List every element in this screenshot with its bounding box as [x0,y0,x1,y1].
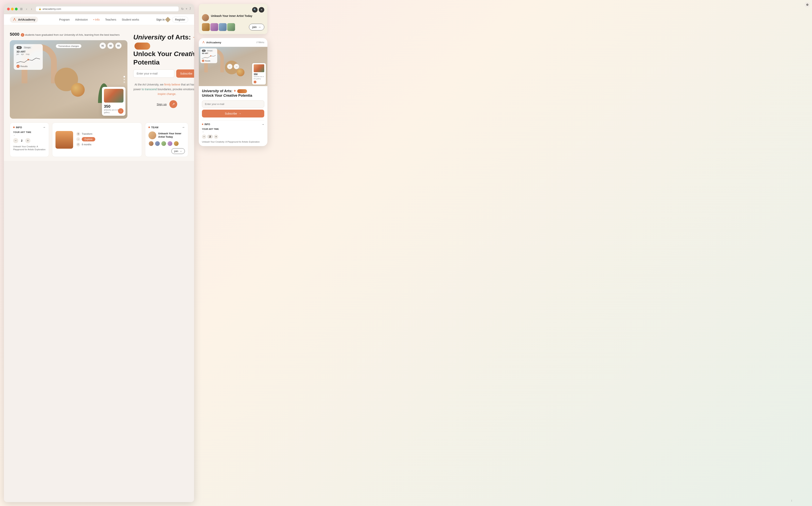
slide-2[interactable]: 02 [107,43,114,49]
nav-auth: Sign in Register [156,17,188,22]
traffic-light-green[interactable] [15,8,18,10]
notif-join-button[interactable]: join → [249,24,264,30]
workflow-step-3: ⏱ 8 months [76,143,138,147]
subscribe-button[interactable]: Subscribe → [176,69,194,78]
mobile-info-header: INFO → [202,123,264,126]
nav-teachers[interactable]: Teachers [105,18,116,21]
nav-admission[interactable]: Admission [75,18,88,21]
explore-icon: → [76,137,80,141]
chart-svg [16,56,40,64]
next-arrow-button[interactable]: → [234,64,239,69]
site-main: 5000 + students have graduated from our … [4,25,194,161]
nav-student-works[interactable]: Student works [122,18,139,21]
join-button[interactable]: join → [171,148,185,154]
mobile-stepper-value: 2 [207,135,213,139]
search-button[interactable]: 🔍 [252,7,258,13]
notification-card: 🔍 ✕ Unleash Your Inner Artist Today join… [199,4,268,34]
info-arrow-button[interactable]: → [42,125,46,129]
trending-text: Tremendous changes [58,45,79,47]
team-header: TEAM → [148,125,185,129]
info-dot [13,126,15,128]
explore-button[interactable]: Explore [82,137,95,142]
person-name: Unleash Your Inner Artist Today [158,132,185,139]
stepper-value: 2 [20,139,24,142]
avatar-2 [155,141,160,146]
mobile-art-time: YOUR ART TIME [202,128,264,130]
slide-3[interactable]: 03 [115,43,121,49]
mini-results-label: Results [205,60,210,62]
mini-gallery-thumb [254,64,264,72]
team-person: Unleash Your Inner Artist Today [148,132,185,139]
time-icon: ⏱ [76,143,80,147]
mobile-info-tag: INFO [202,123,210,126]
share-button[interactable]: ⤴ [189,7,191,11]
mobile-mockup: ArtAcademy // Menu All Groups 3D ART [199,38,268,146]
avatar-4 [167,141,173,146]
mini-gallery-arrow[interactable]: → [254,81,257,83]
tag-all[interactable]: All [16,46,22,49]
prev-arrow-button[interactable]: ← [227,64,232,69]
notif-footer: join → [202,23,264,31]
back-button[interactable]: ‹ [25,7,28,11]
traffic-lights [7,8,18,10]
mobile-logo[interactable]: ArtAcademy [202,41,221,44]
close-button[interactable]: ✕ [259,7,264,13]
mobile-art-arrow: → [202,131,264,133]
info-header: INFO → [13,125,46,129]
mini-tag-all[interactable]: All [202,50,206,52]
dot-1[interactable] [123,76,125,77]
address-bar[interactable]: 🔒 artacademy.com [36,6,179,12]
notif-img-1 [202,23,210,31]
hero-right: University of Arts: ✦ Unlock Your Creati… [133,31,194,119]
dot-3[interactable] [123,81,125,83]
stepper-plus[interactable]: + [25,138,30,143]
mobile-stepper-minus[interactable]: − [202,135,206,139]
browser-nav: ‹ › [25,7,33,11]
register-label: Register [175,18,185,21]
reload-button[interactable]: ↻ [181,7,184,11]
trending-label: Tremendous changes [56,44,81,48]
mini-tag-groups[interactable]: Groups [206,50,213,52]
add-tab-button[interactable]: + [186,7,187,11]
sidebar-toggle[interactable]: ⊞ [20,7,22,11]
title-italic-1: University [133,33,166,41]
dot-2[interactable] [123,79,125,80]
mobile-subscribe-button[interactable]: Subscribe → [202,110,264,117]
register-button[interactable]: Register [172,17,188,22]
chart-line [16,56,40,64]
step-3-label: 8 months [82,143,91,146]
highlight-transcend: to transcend [142,88,157,91]
slide-1[interactable]: 01 [100,43,106,49]
team-arrow-button[interactable]: → [182,125,185,129]
workflow-card: ⚙ Transform → Explore ⏱ 8 months ⚙ [52,122,142,157]
sign-in-button[interactable]: Sign in [156,18,170,21]
email-input[interactable] [133,69,174,78]
stat-text: students have graduated from our Univers… [25,33,120,36]
diamond-icon [165,17,171,22]
overlay-chart: All Groups 3D ART jan apr may [14,44,43,70]
signup-row: Sign up ↗ [133,100,194,108]
traffic-light-yellow[interactable] [11,8,14,10]
gallery-arrow-button[interactable]: → [118,108,123,114]
mobile-info-arrow[interactable]: → [262,123,264,126]
forward-button[interactable]: › [30,7,33,11]
signup-arrow-button[interactable]: ↗ [169,100,177,108]
art-sphere [71,83,85,97]
signup-link[interactable]: Sign up [157,103,167,106]
svg-point-0 [14,18,15,19]
mobile-email-input[interactable] [202,100,264,108]
art-time-link[interactable]: → [13,134,46,137]
notif-join-label: join [252,25,257,29]
tag-groups[interactable]: Groups [22,46,32,49]
mobile-title-rest: of Arts: [220,89,233,93]
stepper-minus[interactable]: − [13,138,18,143]
mobile-stepper-plus[interactable]: + [214,135,218,139]
mobile-menu-button[interactable]: // Menu [257,41,264,44]
notif-title: Unleash Your Inner Artist Today [211,14,264,18]
nav-program[interactable]: Program [59,18,70,21]
traffic-light-red[interactable] [7,8,10,10]
site-logo[interactable]: ArtAcademy [10,16,38,23]
team-dot [148,126,150,128]
nav-info[interactable]: Info [93,18,100,21]
mobile-subscribe-arrow: → [238,112,241,115]
